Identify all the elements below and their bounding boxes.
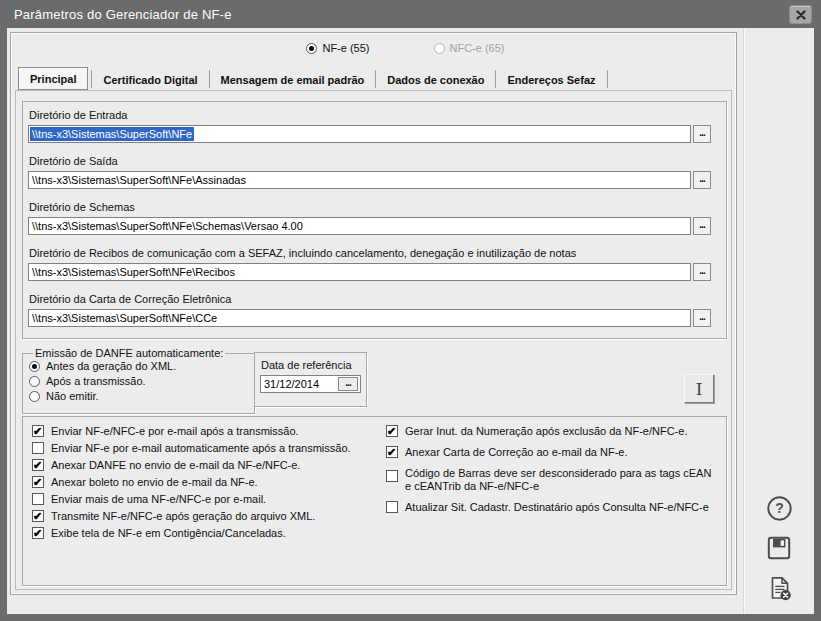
checkbox-icon	[32, 476, 44, 488]
cce-dir-label: Diretório da Carta de Correção Eletrônic…	[29, 293, 711, 306]
tab-divider	[607, 70, 608, 88]
entrada-dir-input[interactable]: \\tns-x3\Sistemas\SuperSoft\NFe	[28, 125, 691, 143]
radio-danfe-apos[interactable]: Após a transmissão.	[29, 375, 248, 388]
checkbox-icon	[386, 425, 398, 437]
reference-date-picker-button[interactable]: ...	[338, 377, 358, 391]
tab-strip: Principal Certificado Digital Mensagem d…	[18, 67, 729, 90]
radio-danfe-nao-emitir[interactable]: Não emitir.	[29, 390, 248, 403]
checkbox-label: Anexar Carta de Correção ao e-mail da NF…	[405, 446, 628, 459]
options-checkbox-group: Enviar NF-e/NFC-e por e-mail após a tran…	[22, 416, 727, 586]
reference-date-group: Data de referência 31/12/2014 ...	[254, 352, 367, 407]
radio-danfe-apos-label: Após a transmissão.	[46, 375, 146, 388]
radio-button-icon	[29, 376, 40, 387]
main-panel: NF-e (55) NFC-e (65) Principal Certifica…	[10, 32, 737, 595]
saida-dir-browse-button[interactable]: ...	[693, 171, 711, 189]
schemas-dir-input[interactable]: \\tns-x3\Sistemas\SuperSoft\NFe\Schemas\…	[28, 217, 691, 235]
checkbox-label: Anexar boleto no envio de e-mail da NF-e…	[51, 476, 258, 489]
checkbox-icon	[32, 442, 44, 454]
checkbox-label: Gerar Inut. da Numeração após exclusão d…	[405, 425, 687, 438]
saida-dir-label: Diretório de Saída	[29, 155, 711, 168]
tab-enderecos-sefaz[interactable]: Endereços Sefaz	[496, 70, 606, 90]
svg-text:?: ?	[775, 500, 784, 516]
recibos-dir-label: Diretório de Recibos de comunicação com …	[29, 247, 711, 260]
checkbox-enviar-email-automaticamente[interactable]: Enviar NF-e por e-mail automaticamente a…	[32, 442, 377, 455]
schemas-dir-value: \\tns-x3\Sistemas\SuperSoft\NFe\Schemas\…	[30, 219, 305, 233]
radio-danfe-nao-emitir-label: Não emitir.	[46, 390, 99, 403]
radio-danfe-antes[interactable]: Antes da geração do XML.	[29, 360, 248, 373]
question-circle-icon: ?	[766, 495, 793, 522]
recibos-dir-input[interactable]: \\tns-x3\Sistemas\SuperSoft\NFe\Recibos	[28, 263, 691, 281]
checkbox-icon	[386, 501, 398, 513]
checkbox-anexar-danfe[interactable]: Anexar DANFE no envio de e-mail da NF-e/…	[32, 459, 377, 472]
schemas-dir-label: Diretório de Schemas	[29, 201, 711, 214]
tab-mensagem-email-padrao[interactable]: Mensagem de email padrão	[210, 70, 376, 90]
checkbox-label: Enviar mais de uma NF-e/NFC-e por e-mail…	[51, 493, 266, 506]
danfe-emission-legend: Emissão de DANFE automaticamente:	[33, 347, 225, 359]
radio-nfe-55-label: NF-e (55)	[322, 42, 369, 54]
tab-principal[interactable]: Principal	[18, 67, 88, 90]
radio-button-icon	[306, 43, 317, 54]
help-button[interactable]: ?	[765, 494, 793, 522]
document-x-icon	[766, 575, 793, 602]
directories-group: Diretório de Entrada \\tns-x3\Sistemas\S…	[22, 101, 727, 339]
cce-dir-value: \\tns-x3\Sistemas\SuperSoft\NFe\CCe	[30, 311, 219, 325]
radio-button-icon	[29, 391, 40, 402]
floppy-disk-icon	[766, 535, 792, 561]
checkbox-label: Anexar DANFE no envio de e-mail da NF-e/…	[51, 459, 300, 472]
checkbox-transmite-apos-geracao[interactable]: Transmite NF-e/NFC-e após geração do arq…	[32, 510, 377, 523]
action-rail: ?	[743, 28, 814, 614]
save-button[interactable]	[765, 534, 793, 562]
checkbox-exibe-tela-contingencia[interactable]: Exibe tela de NF-e em Contigência/Cancel…	[32, 527, 377, 540]
radio-nfce-65: NFC-e (65)	[434, 42, 505, 54]
radio-nfe-55[interactable]: NF-e (55)	[306, 42, 369, 54]
recibos-dir-browse-button[interactable]: ...	[693, 263, 711, 281]
checkbox-label: Atualizar Sit. Cadastr. Destinatário apó…	[405, 501, 709, 514]
tab-dados-conexao[interactable]: Dados de conexão	[376, 70, 495, 90]
document-type-radio-group: NF-e (55) NFC-e (65)	[11, 42, 736, 54]
cancel-report-button[interactable]	[765, 574, 793, 602]
checkbox-icon	[386, 470, 398, 482]
checkbox-enviar-mais-de-uma[interactable]: Enviar mais de uma NF-e/NFC-e por e-mail…	[32, 493, 377, 506]
checkbox-label: Enviar NF-e por e-mail automaticamente a…	[51, 442, 351, 455]
checkbox-anexar-boleto[interactable]: Anexar boleto no envio de e-mail da NF-e…	[32, 476, 377, 489]
checkbox-icon	[32, 527, 44, 539]
checkbox-enviar-email-apos-transmissao[interactable]: Enviar NF-e/NFC-e por e-mail após a tran…	[32, 425, 377, 438]
entrada-dir-browse-button[interactable]: ...	[693, 125, 711, 143]
cce-dir-browse-button[interactable]: ...	[693, 309, 711, 327]
schemas-dir-browse-button[interactable]: ...	[693, 217, 711, 235]
checkbox-codigo-barras-desconsiderado[interactable]: Código de Barras deve ser desconsiderado…	[386, 467, 718, 493]
checkbox-label: Exibe tela de NF-e em Contigência/Cancel…	[51, 527, 286, 540]
checkbox-label: Transmite NF-e/NFC-e após geração do arq…	[51, 510, 315, 523]
entrada-dir-label: Diretório de Entrada	[29, 109, 711, 122]
checkbox-icon	[32, 510, 44, 522]
radio-nfce-65-label: NFC-e (65)	[450, 42, 505, 54]
checkbox-atualizar-situacao-cadastral[interactable]: Atualizar Sit. Cadastr. Destinatário apó…	[386, 501, 718, 514]
checkbox-gerar-inutilizacao[interactable]: Gerar Inut. da Numeração após exclusão d…	[386, 425, 718, 438]
reference-date-value: 31/12/2014	[264, 378, 319, 390]
danfe-emission-group: Emissão de DANFE automaticamente: Antes …	[22, 347, 255, 414]
options-left-column: Enviar NF-e/NFC-e por e-mail após a tran…	[32, 425, 377, 544]
window-title: Parâmetros do Gerenciador de NF-e	[14, 7, 232, 22]
tab-certificado-digital[interactable]: Certificado Digital	[92, 70, 208, 90]
cce-dir-input[interactable]: \\tns-x3\Sistemas\SuperSoft\NFe\CCe	[28, 309, 691, 327]
recibos-dir-row: \\tns-x3\Sistemas\SuperSoft\NFe\Recibos …	[28, 263, 711, 281]
title-bar: Parâmetros do Gerenciador de NF-e	[0, 0, 821, 28]
radio-button-icon	[29, 361, 40, 372]
checkbox-icon	[386, 446, 398, 458]
checkbox-icon	[32, 493, 44, 505]
cce-dir-row: \\tns-x3\Sistemas\SuperSoft\NFe\CCe ...	[28, 309, 711, 327]
reference-date-label: Data de referência	[261, 359, 361, 371]
saida-dir-row: \\tns-x3\Sistemas\SuperSoft\NFe\Assinada…	[28, 171, 711, 189]
saida-dir-input[interactable]: \\tns-x3\Sistemas\SuperSoft\NFe\Assinada…	[28, 171, 691, 189]
tab-page-principal: Diretório de Entrada \\tns-x3\Sistemas\S…	[15, 90, 732, 590]
radio-danfe-antes-label: Antes da geração do XML.	[46, 360, 176, 373]
checkbox-anexar-carta-correcao[interactable]: Anexar Carta de Correção ao e-mail da NF…	[386, 446, 718, 459]
close-button[interactable]	[789, 5, 812, 24]
checkbox-label: Código de Barras deve ser desconsiderado…	[405, 467, 718, 493]
i-button[interactable]: I	[684, 374, 714, 403]
reference-date-input[interactable]: 31/12/2014 ...	[260, 375, 361, 393]
recibos-dir-value: \\tns-x3\Sistemas\SuperSoft\NFe\Recibos	[30, 265, 237, 279]
schemas-dir-row: \\tns-x3\Sistemas\SuperSoft\NFe\Schemas\…	[28, 217, 711, 235]
dialog-client-area: NF-e (55) NFC-e (65) Principal Certifica…	[7, 28, 814, 614]
checkbox-icon	[32, 459, 44, 471]
